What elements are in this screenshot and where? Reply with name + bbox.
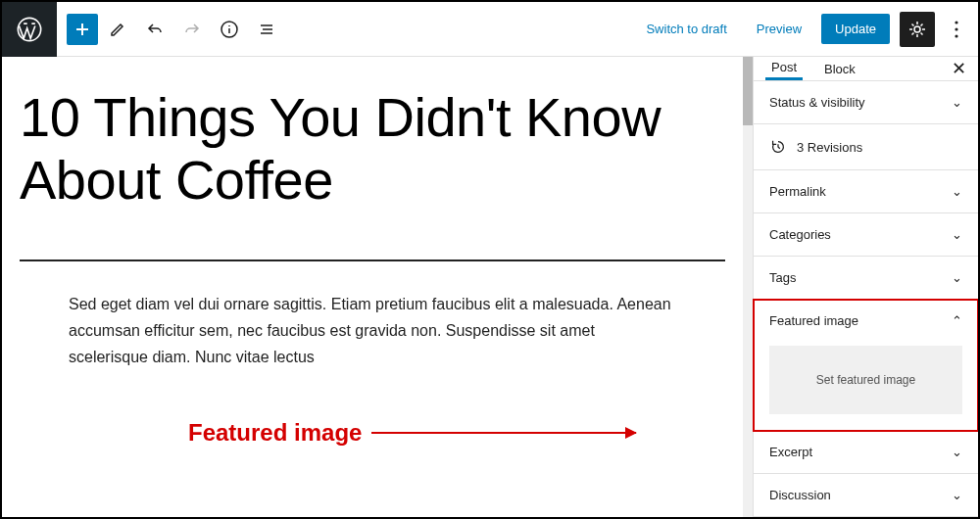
chevron-down-icon: ⌄ <box>952 445 962 459</box>
tab-block[interactable]: Block <box>818 57 861 80</box>
chevron-down-icon: ⌄ <box>952 488 962 502</box>
outline-button[interactable] <box>249 12 284 47</box>
kebab-icon <box>955 21 958 38</box>
panel-tags-toggle[interactable]: Tags ⌄ <box>754 257 978 299</box>
svg-point-5 <box>955 34 957 37</box>
info-icon <box>220 20 239 39</box>
redo-button[interactable] <box>174 12 210 47</box>
panel-categories-label: Categories <box>769 227 831 242</box>
panel-status-label: Status & visibility <box>769 95 865 110</box>
top-toolbar: Switch to draft Preview Update <box>2 2 978 57</box>
main-area: 10 Things You Didn't Know About Coffee S… <box>2 57 978 517</box>
chevron-up-icon: ⌃ <box>952 313 962 328</box>
list-icon <box>257 20 276 39</box>
panel-status-toggle[interactable]: Status & visibility ⌄ <box>754 81 978 123</box>
chevron-down-icon: ⌄ <box>952 270 962 285</box>
post-title[interactable]: 10 Things You Didn't Know About Coffee <box>20 86 725 212</box>
switch-to-draft-button[interactable]: Switch to draft <box>636 16 736 42</box>
settings-sidebar: Post Block ✕ Status & visibility ⌄ 3 Rev… <box>753 57 978 517</box>
history-icon <box>769 138 787 156</box>
panel-excerpt-toggle[interactable]: Excerpt ⌄ <box>754 431 978 473</box>
toolbar-right: Switch to draft Preview Update <box>636 12 978 47</box>
tab-post[interactable]: Post <box>765 57 803 80</box>
undo-button[interactable] <box>137 12 172 47</box>
chevron-down-icon: ⌄ <box>952 227 962 242</box>
panel-featured-image: Featured image ⌃ Set featured image <box>754 300 978 431</box>
panel-categories-toggle[interactable]: Categories ⌄ <box>754 213 978 256</box>
svg-point-3 <box>955 21 957 24</box>
svg-point-2 <box>914 26 920 32</box>
undo-icon <box>145 20 165 39</box>
revisions-button[interactable]: 3 Revisions <box>754 124 978 170</box>
close-sidebar-button[interactable]: ✕ <box>952 58 966 79</box>
scrollbar-thumb[interactable] <box>743 57 753 125</box>
revisions-label: 3 Revisions <box>797 140 862 155</box>
svg-point-4 <box>955 27 957 30</box>
separator-block[interactable] <box>20 260 725 261</box>
panel-featured-label: Featured image <box>769 313 858 328</box>
panel-status: Status & visibility ⌄ <box>754 81 978 124</box>
panel-permalink-label: Permalink <box>769 184 826 199</box>
panel-tags-label: Tags <box>769 270 796 285</box>
panel-excerpt-label: Excerpt <box>769 445 812 459</box>
arrow-icon <box>371 432 636 434</box>
add-block-button[interactable] <box>67 14 98 45</box>
wordpress-logo[interactable] <box>2 2 57 57</box>
redo-icon <box>182 20 202 39</box>
panel-discussion: Discussion ⌄ <box>754 474 978 517</box>
panel-discussion-label: Discussion <box>769 488 831 502</box>
update-button[interactable]: Update <box>821 14 890 44</box>
panel-featured-toggle[interactable]: Featured image ⌃ <box>754 300 978 342</box>
panel-tags: Tags ⌄ <box>754 257 978 300</box>
sidebar-tabs: Post Block ✕ <box>754 57 978 81</box>
toolbar-left <box>57 12 284 47</box>
editor-scrollbar[interactable] <box>743 57 753 517</box>
settings-button[interactable] <box>900 12 935 47</box>
annotation-label: Featured image <box>188 419 362 447</box>
chevron-down-icon: ⌄ <box>952 184 962 199</box>
plus-icon <box>73 20 92 39</box>
panel-categories: Categories ⌄ <box>754 213 978 257</box>
wordpress-icon <box>16 16 43 43</box>
more-menu-button[interactable] <box>945 12 968 47</box>
editor-canvas[interactable]: 10 Things You Didn't Know About Coffee S… <box>2 57 743 517</box>
gear-icon <box>907 20 927 39</box>
paragraph-block[interactable]: Sed eget diam vel dui ornare sagittis. E… <box>69 291 676 371</box>
panel-discussion-toggle[interactable]: Discussion ⌄ <box>754 474 978 516</box>
edit-mode-button[interactable] <box>100 12 135 47</box>
preview-button[interactable]: Preview <box>747 16 811 42</box>
pencil-icon <box>108 20 127 39</box>
annotation-callout: Featured image <box>188 419 636 447</box>
panel-excerpt: Excerpt ⌄ <box>754 431 978 474</box>
set-featured-image-button[interactable]: Set featured image <box>769 346 962 414</box>
panel-permalink: Permalink ⌄ <box>754 170 978 213</box>
panel-permalink-toggle[interactable]: Permalink ⌄ <box>754 170 978 212</box>
chevron-down-icon: ⌄ <box>952 95 962 110</box>
info-button[interactable] <box>212 12 247 47</box>
